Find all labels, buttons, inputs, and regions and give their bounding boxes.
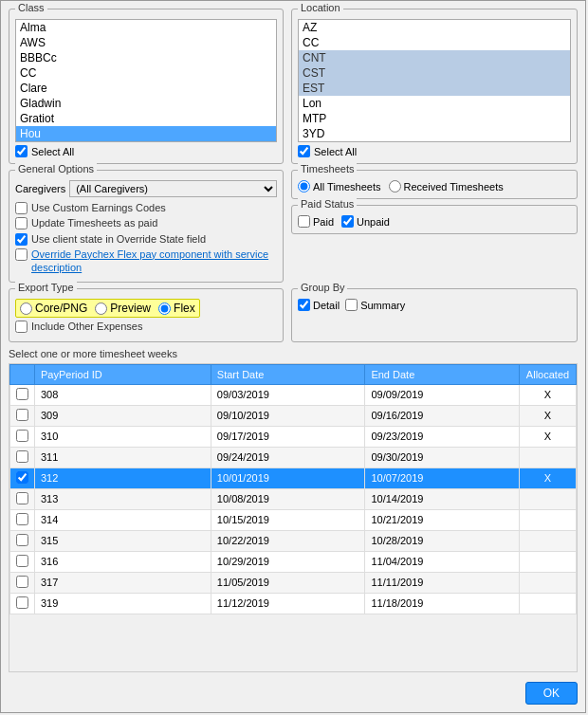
group-by-label: Group By <box>298 282 347 293</box>
class-list[interactable]: AlmaAWSBBBCcCCClareGladwinGratiotHouIsab… <box>15 19 277 142</box>
location-select-all-checkbox[interactable] <box>298 145 310 157</box>
row-start-date: 10/22/2019 <box>211 530 365 551</box>
top-section: Class AlmaAWSBBBCcCCClareGladwinGratiotH… <box>9 9 578 164</box>
table-row[interactable]: 31109/24/201909/30/2019 <box>10 447 577 468</box>
row-checkbox[interactable] <box>16 409 28 421</box>
row-payperiod-id: 308 <box>35 384 211 405</box>
table-title: Select one or more timesheet weeks <box>9 348 578 359</box>
location-list-item[interactable]: CST <box>299 65 570 81</box>
row-start-date: 10/29/2019 <box>211 551 365 572</box>
location-list-item[interactable]: 3YD <box>299 126 570 141</box>
row-end-date: 10/28/2019 <box>365 530 520 551</box>
class-list-item[interactable]: Clare <box>16 81 276 96</box>
location-list-item[interactable]: MTP <box>299 111 570 126</box>
location-list-item[interactable]: CC <box>299 35 570 50</box>
all-timesheets-option[interactable]: All Timesheets <box>298 180 381 192</box>
received-timesheets-radio[interactable] <box>389 180 401 192</box>
table-section: Select one or more timesheet weeks PayPe… <box>9 348 578 672</box>
col-payperiod: PayPeriod ID <box>35 364 211 384</box>
class-list-item[interactable]: Gladwin <box>16 96 276 111</box>
row-checkbox[interactable] <box>16 513 28 525</box>
timesheets-section: Timesheets All Timesheets Received Times… <box>291 170 578 199</box>
received-timesheets-option[interactable]: Received Timesheets <box>389 180 504 192</box>
unpaid-checkbox[interactable] <box>341 215 354 228</box>
override-paychex-checkbox[interactable] <box>15 248 28 261</box>
flex-radio[interactable] <box>158 302 171 315</box>
row-checkbox[interactable] <box>16 492 28 504</box>
core-png-radio[interactable] <box>20 302 32 315</box>
row-payperiod-id: 311 <box>35 447 211 468</box>
table-row[interactable]: 30909/10/201909/16/2019X <box>10 405 577 426</box>
preview-option[interactable]: Preview <box>95 302 151 315</box>
class-select-all-checkbox[interactable] <box>15 145 28 157</box>
main-dialog: Class AlmaAWSBBBCcCCClareGladwinGratiotH… <box>0 0 586 713</box>
row-checkbox[interactable] <box>16 388 28 400</box>
table-row[interactable]: 31009/17/201909/23/2019X <box>10 426 577 447</box>
detail-checkbox[interactable] <box>298 299 310 311</box>
row-end-date: 11/04/2019 <box>365 551 520 572</box>
paid-option[interactable]: Paid <box>298 215 334 228</box>
general-options-label: General Options <box>15 163 97 174</box>
all-timesheets-radio[interactable] <box>298 180 310 192</box>
location-list-item[interactable]: EST <box>299 81 570 96</box>
table-row[interactable]: 31711/05/201911/11/2019 <box>10 572 577 593</box>
custom-earnings-checkbox[interactable] <box>15 202 28 214</box>
include-other-expenses-checkbox[interactable] <box>15 321 28 333</box>
ok-button[interactable]: OK <box>525 682 578 705</box>
summary-option[interactable]: Summary <box>345 299 405 311</box>
group-by-section: Group By Detail Summary <box>291 288 578 341</box>
class-list-item[interactable]: Gratiot <box>16 111 276 126</box>
row-payperiod-id: 315 <box>35 530 211 551</box>
detail-option[interactable]: Detail <box>298 299 340 311</box>
table-row[interactable]: 31911/12/201911/18/2019 <box>10 593 577 614</box>
class-list-item[interactable]: AWS <box>16 35 276 50</box>
row-checkbox[interactable] <box>16 430 28 442</box>
row-checkbox[interactable] <box>16 555 28 567</box>
row-end-date: 11/18/2019 <box>365 593 520 614</box>
row-start-date: 09/10/2019 <box>211 405 365 426</box>
export-type-label: Export Type <box>15 282 77 293</box>
table-row[interactable]: 31310/08/201910/14/2019 <box>10 488 577 509</box>
update-timesheets-label: Update Timesheets as paid <box>31 216 157 229</box>
export-type-section: Export Type Core/PNG Preview Flex <box>9 288 284 341</box>
table-row[interactable]: 31510/22/201910/28/2019 <box>10 530 577 551</box>
flex-option[interactable]: Flex <box>158 302 195 315</box>
row-checkbox[interactable] <box>16 596 28 609</box>
row-checkbox[interactable] <box>16 534 28 546</box>
table-wrapper[interactable]: PayPeriod ID Start Date End Date Allocat… <box>9 363 578 672</box>
unpaid-label: Unpaid <box>357 216 390 228</box>
table-row[interactable]: 30809/03/201909/09/2019X <box>10 384 577 405</box>
class-list-item[interactable]: CC <box>16 65 276 81</box>
table-header-row: PayPeriod ID Start Date End Date Allocat… <box>10 364 577 384</box>
row-allocated <box>520 447 577 468</box>
row-allocated <box>520 509 577 530</box>
summary-checkbox[interactable] <box>345 299 358 311</box>
row-checkbox[interactable] <box>16 471 28 484</box>
update-timesheets-checkbox[interactable] <box>15 217 28 229</box>
location-list-item[interactable]: Lon <box>299 96 570 111</box>
paid-checkbox[interactable] <box>298 215 310 228</box>
unpaid-option[interactable]: Unpaid <box>341 215 390 228</box>
row-allocated: X <box>520 405 577 426</box>
location-list-item[interactable]: AZ <box>299 20 570 35</box>
client-state-checkbox[interactable] <box>15 233 28 246</box>
class-section: Class AlmaAWSBBBCcCCClareGladwinGratiotH… <box>9 9 284 164</box>
row-end-date: 11/11/2019 <box>365 572 520 593</box>
core-png-option[interactable]: Core/PNG <box>20 302 87 315</box>
class-list-item[interactable]: Hou <box>16 126 276 141</box>
row-checkbox[interactable] <box>16 450 28 463</box>
table-row[interactable]: 31410/15/201910/21/2019 <box>10 509 577 530</box>
location-list[interactable]: AZCCCNTCSTESTLonMTP3YD <box>298 19 571 142</box>
row-checkbox[interactable] <box>16 576 28 588</box>
row-start-date: 09/24/2019 <box>211 447 365 468</box>
table-row[interactable]: 31210/01/201910/07/2019X <box>10 468 577 488</box>
caregivers-dropdown[interactable]: (All Caregivers) Active Inactive <box>69 180 277 197</box>
row-allocated <box>520 551 577 572</box>
row-allocated: X <box>520 426 577 447</box>
class-list-item[interactable]: Isabella <box>16 141 276 142</box>
preview-radio[interactable] <box>95 302 107 315</box>
class-list-item[interactable]: Alma <box>16 20 276 35</box>
location-list-item[interactable]: CNT <box>299 50 570 65</box>
table-row[interactable]: 31610/29/201911/04/2019 <box>10 551 577 572</box>
class-list-item[interactable]: BBBCc <box>16 50 276 65</box>
